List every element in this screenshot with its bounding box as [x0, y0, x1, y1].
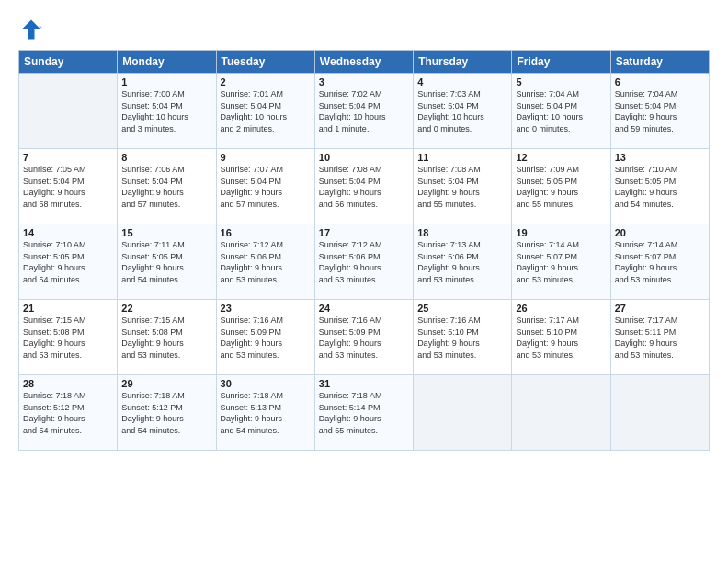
calendar-table: SundayMondayTuesdayWednesdayThursdayFrid…: [18, 50, 710, 451]
day-number: 16: [221, 227, 311, 238]
weekday-header-sunday: Sunday: [19, 51, 118, 74]
day-info: Sunrise: 7:10 AM Sunset: 5:05 PM Dayligh…: [615, 164, 705, 210]
day-number: 3: [319, 76, 409, 87]
day-info: Sunrise: 7:17 AM Sunset: 5:11 PM Dayligh…: [615, 315, 705, 361]
day-info: Sunrise: 7:14 AM Sunset: 5:07 PM Dayligh…: [615, 239, 705, 285]
day-info: Sunrise: 7:00 AM Sunset: 5:04 PM Dayligh…: [121, 88, 211, 134]
day-number: 1: [121, 76, 211, 87]
logo: [18, 17, 48, 42]
svg-marker-0: [22, 20, 41, 40]
calendar-cell: 31Sunrise: 7:18 AM Sunset: 5:14 PM Dayli…: [314, 375, 413, 451]
calendar-cell: 14Sunrise: 7:10 AM Sunset: 5:05 PM Dayli…: [19, 224, 118, 300]
calendar-cell: 1Sunrise: 7:00 AM Sunset: 5:04 PM Daylig…: [118, 74, 216, 149]
day-info: Sunrise: 7:18 AM Sunset: 5:12 PM Dayligh…: [121, 390, 211, 436]
calendar-cell: 15Sunrise: 7:11 AM Sunset: 5:05 PM Dayli…: [118, 224, 216, 300]
day-number: 14: [23, 227, 113, 238]
calendar-cell: 27Sunrise: 7:17 AM Sunset: 5:11 PM Dayli…: [610, 300, 709, 375]
day-number: 30: [221, 378, 311, 389]
weekday-header-wednesday: Wednesday: [314, 51, 413, 74]
day-number: 10: [319, 152, 409, 163]
day-info: Sunrise: 7:09 AM Sunset: 5:05 PM Dayligh…: [516, 164, 606, 210]
calendar-week-1: 7Sunrise: 7:05 AM Sunset: 5:04 PM Daylig…: [19, 149, 710, 224]
day-number: 26: [516, 303, 606, 314]
calendar-week-2: 14Sunrise: 7:10 AM Sunset: 5:05 PM Dayli…: [19, 224, 710, 300]
day-info: Sunrise: 7:05 AM Sunset: 5:04 PM Dayligh…: [23, 164, 113, 210]
day-info: Sunrise: 7:01 AM Sunset: 5:04 PM Dayligh…: [221, 88, 311, 134]
day-info: Sunrise: 7:02 AM Sunset: 5:04 PM Dayligh…: [319, 88, 409, 134]
day-number: 28: [23, 378, 113, 389]
weekday-header-friday: Friday: [512, 51, 610, 74]
calendar-cell: 10Sunrise: 7:08 AM Sunset: 5:04 PM Dayli…: [314, 149, 413, 224]
calendar-cell: 19Sunrise: 7:14 AM Sunset: 5:07 PM Dayli…: [512, 224, 610, 300]
day-info: Sunrise: 7:17 AM Sunset: 5:10 PM Dayligh…: [516, 315, 606, 361]
calendar-cell: 25Sunrise: 7:16 AM Sunset: 5:10 PM Dayli…: [414, 300, 512, 375]
calendar-cell: 7Sunrise: 7:05 AM Sunset: 5:04 PM Daylig…: [19, 149, 118, 224]
calendar-cell: 30Sunrise: 7:18 AM Sunset: 5:13 PM Dayli…: [216, 375, 314, 451]
weekday-header-monday: Monday: [118, 51, 216, 74]
day-info: Sunrise: 7:18 AM Sunset: 5:14 PM Dayligh…: [319, 390, 409, 436]
day-info: Sunrise: 7:12 AM Sunset: 5:06 PM Dayligh…: [319, 239, 409, 285]
calendar-cell: 20Sunrise: 7:14 AM Sunset: 5:07 PM Dayli…: [610, 224, 709, 300]
day-info: Sunrise: 7:08 AM Sunset: 5:04 PM Dayligh…: [417, 164, 507, 210]
day-number: 19: [516, 227, 606, 238]
day-info: Sunrise: 7:18 AM Sunset: 5:13 PM Dayligh…: [221, 390, 311, 436]
day-info: Sunrise: 7:18 AM Sunset: 5:12 PM Dayligh…: [23, 390, 113, 436]
calendar-cell: 2Sunrise: 7:01 AM Sunset: 5:04 PM Daylig…: [216, 74, 314, 149]
day-number: 9: [221, 152, 311, 163]
weekday-header-saturday: Saturday: [610, 51, 709, 74]
calendar-cell: [610, 375, 709, 451]
day-info: Sunrise: 7:06 AM Sunset: 5:04 PM Dayligh…: [121, 164, 211, 210]
weekday-header-tuesday: Tuesday: [216, 51, 314, 74]
day-number: 24: [319, 303, 409, 314]
day-info: Sunrise: 7:16 AM Sunset: 5:09 PM Dayligh…: [221, 315, 311, 361]
calendar-cell: 21Sunrise: 7:15 AM Sunset: 5:08 PM Dayli…: [19, 300, 118, 375]
calendar-week-4: 28Sunrise: 7:18 AM Sunset: 5:12 PM Dayli…: [19, 375, 710, 451]
day-number: 6: [615, 76, 705, 87]
calendar-week-0: 1Sunrise: 7:00 AM Sunset: 5:04 PM Daylig…: [19, 74, 710, 149]
calendar-cell: 22Sunrise: 7:15 AM Sunset: 5:08 PM Dayli…: [118, 300, 216, 375]
day-number: 5: [516, 76, 606, 87]
weekday-header-row: SundayMondayTuesdayWednesdayThursdayFrid…: [19, 51, 710, 74]
day-number: 18: [417, 227, 507, 238]
calendar-cell: 18Sunrise: 7:13 AM Sunset: 5:06 PM Dayli…: [414, 224, 512, 300]
calendar-cell: 16Sunrise: 7:12 AM Sunset: 5:06 PM Dayli…: [216, 224, 314, 300]
day-info: Sunrise: 7:10 AM Sunset: 5:05 PM Dayligh…: [23, 239, 113, 285]
calendar-cell: 8Sunrise: 7:06 AM Sunset: 5:04 PM Daylig…: [118, 149, 216, 224]
day-info: Sunrise: 7:03 AM Sunset: 5:04 PM Dayligh…: [417, 88, 507, 134]
calendar-cell: 17Sunrise: 7:12 AM Sunset: 5:06 PM Dayli…: [314, 224, 413, 300]
calendar-cell: 4Sunrise: 7:03 AM Sunset: 5:04 PM Daylig…: [414, 74, 512, 149]
day-number: 2: [221, 76, 311, 87]
day-number: 27: [615, 303, 705, 314]
weekday-header-thursday: Thursday: [414, 51, 512, 74]
calendar-cell: 13Sunrise: 7:10 AM Sunset: 5:05 PM Dayli…: [610, 149, 709, 224]
calendar-cell: 12Sunrise: 7:09 AM Sunset: 5:05 PM Dayli…: [512, 149, 610, 224]
calendar-cell: 11Sunrise: 7:08 AM Sunset: 5:04 PM Dayli…: [414, 149, 512, 224]
day-info: Sunrise: 7:04 AM Sunset: 5:04 PM Dayligh…: [615, 88, 705, 134]
logo-icon: [18, 17, 44, 42]
day-info: Sunrise: 7:15 AM Sunset: 5:08 PM Dayligh…: [23, 315, 113, 361]
day-number: 13: [615, 152, 705, 163]
day-number: 4: [417, 76, 507, 87]
day-number: 15: [121, 227, 211, 238]
calendar-cell: 9Sunrise: 7:07 AM Sunset: 5:04 PM Daylig…: [216, 149, 314, 224]
day-number: 29: [121, 378, 211, 389]
header: [18, 17, 710, 42]
calendar-cell: 29Sunrise: 7:18 AM Sunset: 5:12 PM Dayli…: [118, 375, 216, 451]
day-number: 8: [121, 152, 211, 163]
day-info: Sunrise: 7:04 AM Sunset: 5:04 PM Dayligh…: [516, 88, 606, 134]
day-info: Sunrise: 7:12 AM Sunset: 5:06 PM Dayligh…: [221, 239, 311, 285]
calendar-cell: 3Sunrise: 7:02 AM Sunset: 5:04 PM Daylig…: [314, 74, 413, 149]
day-info: Sunrise: 7:15 AM Sunset: 5:08 PM Dayligh…: [121, 315, 211, 361]
day-info: Sunrise: 7:07 AM Sunset: 5:04 PM Dayligh…: [221, 164, 311, 210]
day-number: 23: [221, 303, 311, 314]
day-number: 31: [319, 378, 409, 389]
day-number: 7: [23, 152, 113, 163]
day-number: 11: [417, 152, 507, 163]
calendar-cell: 24Sunrise: 7:16 AM Sunset: 5:09 PM Dayli…: [314, 300, 413, 375]
day-number: 17: [319, 227, 409, 238]
calendar-cell: 6Sunrise: 7:04 AM Sunset: 5:04 PM Daylig…: [610, 74, 709, 149]
calendar-cell: 5Sunrise: 7:04 AM Sunset: 5:04 PM Daylig…: [512, 74, 610, 149]
day-info: Sunrise: 7:13 AM Sunset: 5:06 PM Dayligh…: [417, 239, 507, 285]
calendar-cell: [512, 375, 610, 451]
calendar-week-3: 21Sunrise: 7:15 AM Sunset: 5:08 PM Dayli…: [19, 300, 710, 375]
